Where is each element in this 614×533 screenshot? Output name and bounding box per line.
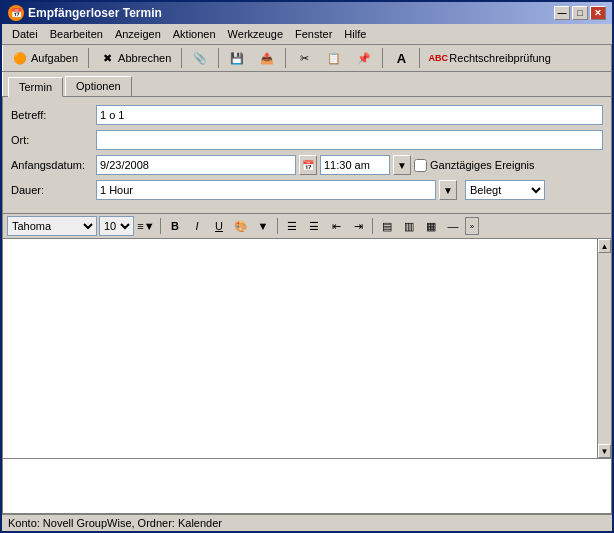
cut-button[interactable]: ✂ <box>290 47 318 69</box>
vertical-scrollbar[interactable]: ▲ ▼ <box>597 239 611 458</box>
style-icon: ≡▼ <box>137 220 154 232</box>
spellcheck-button[interactable]: ABC Rechtschreibprüfung <box>424 47 557 69</box>
aufgaben-button[interactable]: 🟠 Aufgaben <box>6 47 84 69</box>
bullet-list-icon: ☰ <box>287 220 297 233</box>
ganztages-checkbox[interactable] <box>414 159 427 172</box>
paste-icon: 📌 <box>356 50 372 66</box>
tab-optionen[interactable]: Optionen <box>65 76 132 96</box>
dauer-label: Dauer: <box>11 184 96 196</box>
menu-fenster[interactable]: Fenster <box>289 26 338 42</box>
menu-werkzeuge[interactable]: Werkzeuge <box>222 26 289 42</box>
maximize-button[interactable]: □ <box>572 6 588 20</box>
outdent-button[interactable]: ⇤ <box>326 217 346 235</box>
calendar-button[interactable]: 📅 <box>299 155 317 175</box>
style-dropdown-button[interactable]: ≡▼ <box>136 217 156 235</box>
scrollbar-track[interactable] <box>598 253 611 444</box>
send-button[interactable]: 📤 <box>253 47 281 69</box>
copy-button[interactable]: 📋 <box>320 47 348 69</box>
number-list-icon: ☰ <box>309 220 319 233</box>
italic-icon: I <box>195 220 198 232</box>
chevron-down-icon: ▼ <box>397 160 407 171</box>
title-buttons: — □ ✕ <box>554 6 606 20</box>
color-icon: 🎨 <box>234 220 248 233</box>
scroll-up-button[interactable]: ▲ <box>598 239 611 253</box>
ort-label: Ort: <box>11 134 96 146</box>
toolbar-sep-1 <box>88 48 89 68</box>
body-textarea[interactable] <box>3 239 597 458</box>
betreff-row: Betreff: <box>11 105 603 125</box>
size-select[interactable]: 10 12 <box>99 216 134 236</box>
align-center-button[interactable]: ▥ <box>399 217 419 235</box>
italic-button[interactable]: I <box>187 217 207 235</box>
close-button[interactable]: ✕ <box>590 6 606 20</box>
notes-area[interactable] <box>2 459 612 514</box>
tab-termin[interactable]: Termin <box>8 77 63 97</box>
duration-row: ▼ Belegt Frei Fraglich Abwesend <box>96 180 603 200</box>
save-button[interactable]: 💾 <box>223 47 251 69</box>
ganztages-text: Ganztägiges Ereignis <box>430 159 535 171</box>
toolbar-sep-3 <box>218 48 219 68</box>
toolbar-sep-4 <box>285 48 286 68</box>
abbrechen-label: Abbrechen <box>118 52 171 64</box>
menu-hilfe[interactable]: Hilfe <box>338 26 372 42</box>
copy-icon: 📋 <box>326 50 342 66</box>
window-title: Empfängerloser Termin <box>28 6 162 20</box>
aufgaben-label: Aufgaben <box>31 52 78 64</box>
format-button[interactable]: A <box>387 47 415 69</box>
color-button[interactable]: 🎨 <box>231 217 251 235</box>
fmt-sep-1 <box>160 218 161 234</box>
line-button[interactable]: — <box>443 217 463 235</box>
attach-button[interactable]: 📎 <box>186 47 214 69</box>
menu-bearbeiten[interactable]: Bearbeiten <box>44 26 109 42</box>
dauer-input[interactable] <box>96 180 436 200</box>
bold-button[interactable]: B <box>165 217 185 235</box>
date-input[interactable] <box>96 155 296 175</box>
abbrechen-icon: ✖ <box>99 50 115 66</box>
abbrechen-button[interactable]: ✖ Abbrechen <box>93 47 177 69</box>
underline-button[interactable]: U <box>209 217 229 235</box>
window-icon: 📅 <box>8 5 24 21</box>
text-area-container: ▲ ▼ <box>2 239 612 459</box>
duration-dropdown-button[interactable]: ▼ <box>439 180 457 200</box>
menu-datei[interactable]: Datei <box>6 26 44 42</box>
main-window: 📅 Empfängerloser Termin — □ ✕ Datei Bear… <box>0 0 614 533</box>
time-dropdown-button[interactable]: ▼ <box>393 155 411 175</box>
bullet-list-button[interactable]: ☰ <box>282 217 302 235</box>
menu-aktionen[interactable]: Aktionen <box>167 26 222 42</box>
align-right-icon: ▦ <box>426 220 436 233</box>
toolbar-sep-2 <box>181 48 182 68</box>
title-bar: 📅 Empfängerloser Termin — □ ✕ <box>2 2 612 24</box>
status-select[interactable]: Belegt Frei Fraglich Abwesend <box>465 180 545 200</box>
paste-button[interactable]: 📌 <box>350 47 378 69</box>
outdent-icon: ⇤ <box>332 220 341 233</box>
minimize-button[interactable]: — <box>554 6 570 20</box>
indent-button[interactable]: ⇥ <box>348 217 368 235</box>
time-input[interactable] <box>320 155 390 175</box>
calendar-icon: 📅 <box>302 160 314 171</box>
betreff-input[interactable] <box>96 105 603 125</box>
bold-icon: B <box>171 220 179 232</box>
dauer-row: Dauer: ▼ Belegt Frei Fraglich Abwesend <box>11 180 603 200</box>
align-center-icon: ▥ <box>404 220 414 233</box>
formatting-bar: Tahoma Arial 10 12 ≡▼ B I U 🎨 ▼ ☰ <box>2 214 612 239</box>
align-left-button[interactable]: ▤ <box>377 217 397 235</box>
align-left-icon: ▤ <box>382 220 392 233</box>
number-list-button[interactable]: ☰ <box>304 217 324 235</box>
ort-input[interactable] <box>96 130 603 150</box>
spellcheck-label: Rechtschreibprüfung <box>449 52 551 64</box>
align-right-button[interactable]: ▦ <box>421 217 441 235</box>
color-dropdown-button[interactable]: ▼ <box>253 217 273 235</box>
more-formatting-button[interactable]: » <box>465 217 479 235</box>
menu-anzeigen[interactable]: Anzeigen <box>109 26 167 42</box>
status-text: Konto: Novell GroupWise, Ordner: Kalende… <box>8 517 222 529</box>
anfangsdatum-label: Anfangsdatum: <box>11 159 96 171</box>
underline-icon: U <box>215 220 223 232</box>
anfangsdatum-row: Anfangsdatum: 📅 ▼ Ganztägiges Ereignis <box>11 155 603 175</box>
save-icon: 💾 <box>229 50 245 66</box>
format-icon: A <box>393 50 409 66</box>
font-select[interactable]: Tahoma Arial <box>7 216 97 236</box>
toolbar: 🟠 Aufgaben ✖ Abbrechen 📎 💾 📤 ✂ 📋 📌 <box>2 45 612 72</box>
aufgaben-icon: 🟠 <box>12 50 28 66</box>
tab-content: Betreff: Ort: Anfangsdatum: 📅 ▼ <box>2 96 612 214</box>
scroll-down-button[interactable]: ▼ <box>598 444 611 458</box>
